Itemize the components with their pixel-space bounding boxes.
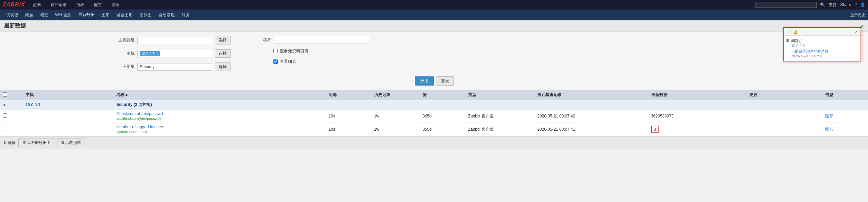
nav-aggregate-graphs[interactable]: 聚合图形 (113, 10, 136, 20)
show-detail-label: 查看细节 (280, 59, 296, 65)
popup-doc-icon: 📄 (786, 30, 791, 34)
row2-interval: 10s (326, 123, 371, 136)
th-interval[interactable]: 间隔 (326, 90, 371, 100)
show-no-data-row: 查看无资料项目 (244, 48, 369, 54)
th-trend[interactable]: 势 (420, 90, 465, 100)
logo: ZABBIX (3, 2, 25, 8)
row2-checkbox[interactable] (3, 127, 7, 131)
data-table-area: 主机 名称▲ 间隔 历史记录 势 类型 (0, 90, 868, 136)
group-expand[interactable]: ▼ (0, 100, 23, 110)
share-link[interactable]: Share (840, 2, 851, 7)
popup-host-link[interactable]: 10.0.0.3 (791, 43, 829, 49)
help-icon[interactable]: ? (854, 2, 857, 7)
reset-button[interactable]: 重设 (437, 76, 454, 86)
th-lastdata[interactable]: 最新数据 (648, 90, 747, 100)
row2-change (747, 123, 822, 136)
nav-overview[interactable]: 概览 (37, 10, 52, 20)
nav-auto-discover[interactable]: 自动发现 (155, 10, 178, 20)
row2-trend: 365d (420, 123, 465, 136)
support-link[interactable]: 支持 (829, 2, 837, 8)
popup-status-dot (786, 39, 789, 42)
nav-services[interactable]: 服务 (178, 10, 193, 20)
row1-type: Zabbix 客户端 (465, 110, 535, 123)
name-input[interactable] (274, 36, 369, 43)
popup-description-link[interactable]: 当前系统用户的登录数 (791, 49, 829, 54)
nav-problems[interactable]: 问题 (22, 10, 37, 20)
app-select-btn[interactable]: 选择 (215, 62, 231, 71)
second-navigation: 仪表板 问题 概览 Web监测 最新数据 图形 聚合图形 拓扑图 自动发现 服务… (0, 10, 868, 20)
th-change[interactable]: 更改 (747, 90, 822, 100)
th-info[interactable]: 信息 (822, 90, 868, 100)
top-nav-report[interactable]: 报表 (74, 1, 86, 9)
host-select-btn[interactable]: 选择 (215, 49, 231, 58)
show-no-data-checkbox[interactable] (273, 49, 278, 53)
show-stacked-graph-btn[interactable]: 显示堆叠数据图 (18, 139, 54, 147)
host-group-input[interactable] (137, 37, 212, 44)
group-name-text: Security (2 监控项) (116, 102, 152, 107)
top-nav-manage[interactable]: 管理 (109, 1, 122, 9)
th-trend-label: 势 (423, 92, 427, 97)
row2-name: Number of logged in users system.users.n… (114, 123, 326, 136)
th-type[interactable]: 类型 (465, 90, 535, 100)
row2-type: Zabbix 客户端 (465, 123, 535, 136)
name-label: 名称 (244, 37, 271, 43)
popup-item: 问题在 10.0.0.3 当前系统用户的登录数 2020-05-21 00:07… (786, 38, 858, 58)
expand-arrow-icon[interactable]: ▼ (3, 103, 6, 107)
th-name-label: 名称▲ (116, 92, 129, 98)
host-group-filter-row: 主机群组 选择 (107, 36, 231, 44)
th-host-label: 主机 (25, 92, 34, 97)
row1-interval: 10s (326, 110, 371, 123)
row2-host (23, 123, 114, 136)
data-table: 主机 名称▲ 间隔 历史记录 势 类型 (0, 90, 868, 136)
row1-checkbox-cell (0, 110, 23, 123)
row1-name-link[interactable]: Checksum of /etc/passwd (116, 111, 163, 116)
show-history-link[interactable]: 显示历史 (850, 13, 865, 18)
show-detail-checkbox[interactable] (273, 59, 278, 64)
row1-graph-link[interactable]: 图形 (825, 114, 833, 118)
app-filter-row: 应用集 选择 (107, 62, 231, 71)
top-navigation: ZABBIX 监测 资产记录 报表 配置 管理 🔍 支持 Share ? 👤 (0, 0, 868, 10)
row1-lastdata: 3629538073 (648, 110, 747, 123)
th-lastdata-label: 最新数据 (651, 92, 667, 97)
table-row: Checksum of /etc/passwd vfs.file.cksum[/… (0, 110, 868, 123)
row1-change (747, 110, 822, 123)
popup-close-btn[interactable]: × (855, 29, 858, 34)
nav-dashboard[interactable]: 仪表板 (3, 10, 22, 20)
th-lastcheck[interactable]: 最近检查记录 (534, 90, 648, 100)
bottom-bar: 0 选择 显示堆叠数据图 显示数据图 (0, 136, 868, 149)
row2-key-link[interactable]: system.users.num (116, 130, 147, 134)
row2-lastdata-highlighted: 3 (651, 126, 659, 133)
global-search-input[interactable] (755, 2, 817, 8)
group-name: Security (2 监控项) (114, 100, 868, 110)
nav-topology[interactable]: 拓扑图 (136, 10, 155, 20)
nav-web-monitor[interactable]: Web监测 (52, 10, 75, 20)
top-nav-config[interactable]: 配置 (92, 1, 104, 9)
row1-checkbox[interactable] (3, 113, 7, 118)
th-name[interactable]: 名称▲ (114, 90, 326, 100)
select-all-checkbox[interactable] (3, 92, 7, 97)
row1-key-link[interactable]: vfs.file.cksum[/etc/passwd] (116, 116, 160, 121)
nav-latest-data[interactable]: 最新数据 (75, 10, 98, 20)
show-data-graph-btn[interactable]: 显示数据图 (57, 139, 85, 147)
search-icon[interactable]: 🔍 (820, 2, 825, 7)
row1-lastcheck: 2020-05-21 00:07:42 (534, 110, 648, 123)
th-history[interactable]: 历史记录 (371, 90, 420, 100)
th-host[interactable]: 主机 (23, 90, 114, 100)
host-tag-close[interactable]: ✕ (156, 52, 158, 55)
group-host-link[interactable]: 10.0.0.3 (25, 103, 40, 107)
host-group-select-btn[interactable]: 选择 (215, 36, 231, 44)
top-nav-assets[interactable]: 资产记录 (48, 1, 69, 9)
table-header-row: 主机 名称▲ 间隔 历史记录 势 类型 (0, 90, 868, 100)
th-info-label: 信息 (825, 92, 833, 97)
group-host: 10.0.0.3 (23, 100, 114, 110)
th-history-label: 历史记录 (374, 92, 390, 97)
app-input[interactable] (137, 63, 212, 71)
popup-timestamp: 2020-05-21 00:07:31 (791, 54, 823, 58)
top-nav-monitor[interactable]: 监测 (31, 1, 43, 9)
apply-button[interactable]: 应用 (415, 76, 434, 86)
user-icon[interactable]: 👤 (860, 2, 865, 7)
th-change-label: 更改 (749, 92, 758, 97)
row2-graph-link[interactable]: 图形 (825, 127, 833, 132)
row2-name-link[interactable]: Number of logged in users (116, 125, 164, 129)
nav-graphs[interactable]: 图形 (98, 10, 113, 20)
